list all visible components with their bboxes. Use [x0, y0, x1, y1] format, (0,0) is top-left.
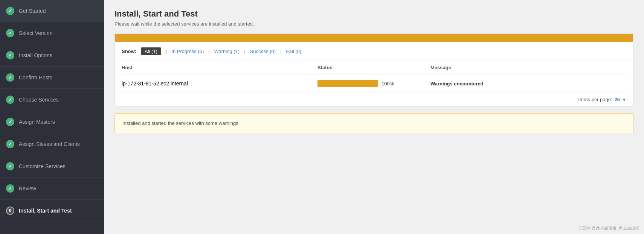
- sidebar: ✓Get Started✓Select Version✓Install Opti…: [0, 0, 104, 234]
- filter-warning-link[interactable]: Warning (1): [214, 49, 240, 54]
- sidebar-label-install-start-test: Install, Start and Test: [19, 208, 72, 214]
- sidebar-item-install-start-test[interactable]: 9Install, Start and Test: [0, 200, 104, 222]
- dropdown-arrow-icon[interactable]: ▼: [622, 97, 626, 102]
- col-message-header: Message: [430, 65, 626, 70]
- sidebar-label-customize-services: Customize Services: [19, 163, 66, 169]
- sidebar-icon-review: ✓: [6, 184, 14, 193]
- show-label: Show:: [122, 49, 136, 54]
- sidebar-item-confirm-hosts[interactable]: ✓Confirm Hosts: [0, 67, 104, 89]
- sidebar-item-assign-masters[interactable]: ✓Assign Masters: [0, 111, 104, 133]
- status-cell: 100%: [317, 80, 430, 87]
- sidebar-label-confirm-hosts: Confirm Hosts: [19, 74, 52, 81]
- page-title: Install, Start and Test: [114, 9, 633, 19]
- top-progress-bar: [115, 34, 633, 42]
- message-text: Warnings encountered: [430, 81, 483, 87]
- table-header: Host Status Message: [122, 61, 626, 74]
- sidebar-item-install-options[interactable]: ✓Install Options: [0, 44, 104, 67]
- filter-all-button[interactable]: All (1): [141, 47, 161, 55]
- sidebar-icon-assign-slaves: ✓: [6, 140, 14, 148]
- sidebar-icon-install-options: ✓: [6, 51, 14, 59]
- message-cell: Warnings encountered: [430, 81, 626, 87]
- watermark: CSDN @@卓越俊逸_角立杰出@: [578, 225, 639, 231]
- items-per-page-row: Items per page: 25 ▼: [115, 93, 633, 106]
- sidebar-label-choose-services: Choose Services: [19, 97, 59, 103]
- sidebar-label-install-options: Install Options: [19, 52, 52, 58]
- pct-label: 100%: [382, 81, 394, 87]
- col-host-header: Host: [122, 65, 317, 70]
- sidebar-icon-choose-services: ✓: [6, 96, 14, 104]
- sidebar-label-select-version: Select Version: [19, 30, 53, 36]
- sidebar-item-customize-services[interactable]: ✓Customize Services: [0, 155, 104, 178]
- sidebar-item-review[interactable]: ✓Review: [0, 178, 104, 200]
- table: Host Status Message ip-172-31-81-52.ec2.…: [115, 61, 633, 93]
- page-subtitle: Please wait while the selected services …: [114, 21, 633, 27]
- sidebar-item-assign-slaves[interactable]: ✓Assign Slaves and Clients: [0, 133, 104, 155]
- sidebar-item-choose-services[interactable]: ✓Choose Services: [0, 89, 104, 111]
- warning-box: Installed and started the services with …: [114, 113, 633, 133]
- filter-fail-link[interactable]: Fail (0): [286, 49, 301, 54]
- sep2: |: [208, 49, 209, 54]
- mini-progress-bar: [317, 80, 378, 87]
- col-status-header: Status: [317, 65, 430, 70]
- filter-success-link[interactable]: Success (0): [250, 49, 276, 54]
- main-content: Install, Start and Test Please wait whil…: [104, 0, 644, 234]
- main-card: Show: All (1) | In Progress (0) | Warnin…: [114, 33, 633, 106]
- sidebar-label-assign-slaves: Assign Slaves and Clients: [19, 141, 80, 147]
- sep1: |: [166, 49, 167, 54]
- sidebar-icon-customize-services: ✓: [6, 162, 14, 170]
- sidebar-label-assign-masters: Assign Masters: [19, 119, 55, 125]
- sidebar-item-select-version[interactable]: ✓Select Version: [0, 22, 104, 44]
- items-per-page-value[interactable]: 25: [615, 97, 620, 102]
- table-row: ip-172-31-81-52.ec2.internal 100% Warnin…: [122, 74, 626, 93]
- sidebar-label-review: Review: [19, 185, 36, 191]
- sidebar-item-get-started[interactable]: ✓Get Started: [0, 0, 104, 22]
- sidebar-icon-get-started: ✓: [6, 7, 14, 15]
- filter-inprogress-link[interactable]: In Progress (0): [171, 49, 204, 54]
- warning-message: Installed and started the services with …: [122, 120, 240, 126]
- progress-bar-fill: [115, 34, 633, 42]
- items-per-page-label: Items per page:: [578, 97, 612, 102]
- sidebar-icon-install-start-test: 9: [6, 207, 14, 215]
- sidebar-icon-select-version: ✓: [6, 29, 14, 37]
- sep4: |: [280, 49, 281, 54]
- sep3: |: [244, 49, 245, 54]
- host-cell: ip-172-31-81-52.ec2.internal: [122, 81, 317, 87]
- sidebar-label-get-started: Get Started: [19, 8, 46, 14]
- sidebar-icon-assign-masters: ✓: [6, 118, 14, 126]
- filter-row: Show: All (1) | In Progress (0) | Warnin…: [115, 42, 633, 61]
- sidebar-icon-confirm-hosts: ✓: [6, 73, 14, 82]
